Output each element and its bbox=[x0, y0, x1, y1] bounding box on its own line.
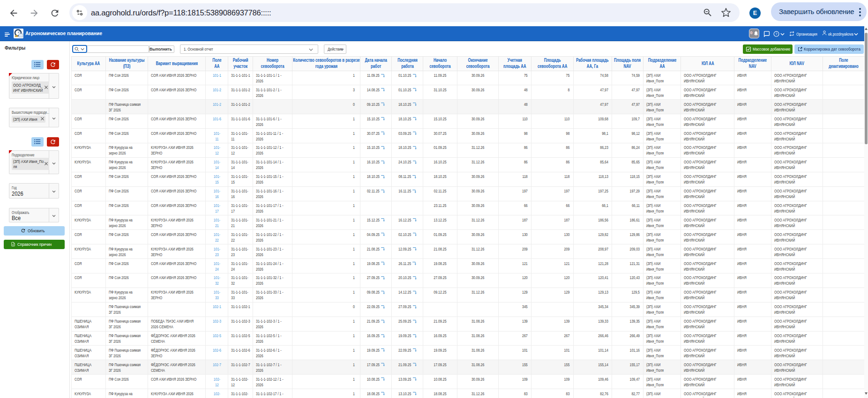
svg-text:?: ? bbox=[776, 32, 778, 36]
